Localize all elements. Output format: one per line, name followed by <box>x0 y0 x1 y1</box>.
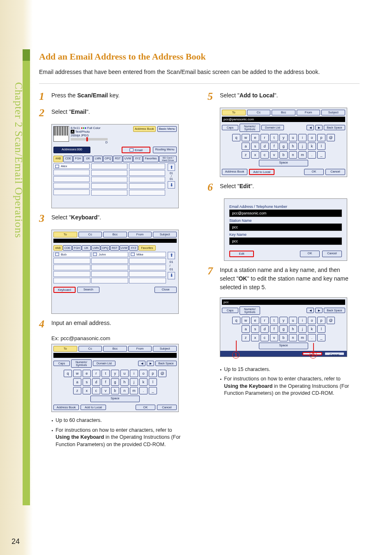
tab-favorites[interactable]: Favorites <box>143 156 159 162</box>
key-y[interactable]: y <box>279 317 288 324</box>
key-o[interactable]: o <box>139 370 148 377</box>
key-n[interactable]: n <box>289 334 297 341</box>
tab-xyz[interactable]: XYZ <box>129 245 138 251</box>
key-e[interactable]: e <box>251 134 259 141</box>
key-u[interactable]: u <box>289 317 297 324</box>
key-i[interactable]: i <box>130 370 138 377</box>
to-tab[interactable]: To <box>222 110 246 115</box>
key-v[interactable]: v <box>270 334 278 341</box>
ok-button[interactable]: OK <box>136 405 155 410</box>
to-tab[interactable]: To <box>53 232 77 237</box>
key-h[interactable]: h <box>120 378 129 386</box>
scroll-up-icon[interactable]: ⬆ <box>168 164 175 171</box>
scroll-down-icon[interactable]: ⬇ <box>168 181 175 189</box>
tab-ijk[interactable]: IJK <box>82 245 91 251</box>
key-n[interactable]: n <box>289 151 297 159</box>
key-g[interactable]: g <box>279 325 288 333</box>
list-item[interactable] <box>129 190 165 196</box>
key-j[interactable]: j <box>298 143 307 150</box>
from-tab[interactable]: From <box>297 110 321 115</box>
list-item[interactable] <box>129 170 165 176</box>
key-m[interactable]: m <box>130 387 138 394</box>
key-j[interactable]: j <box>298 325 307 333</box>
list-item[interactable] <box>91 271 128 277</box>
input-display[interactable]: pcc <box>222 299 345 305</box>
key-@[interactable]: @ <box>327 134 335 141</box>
address-book-button[interactable]: Address Book <box>222 169 247 175</box>
email-button[interactable]: Email <box>122 147 150 153</box>
key-w[interactable]: w <box>73 370 81 377</box>
list-item[interactable] <box>129 164 165 169</box>
key-k[interactable]: k <box>139 378 148 386</box>
to-tab[interactable]: To <box>53 346 77 352</box>
basic-menu-button[interactable]: Basic Menu <box>157 126 177 132</box>
list-item[interactable] <box>129 258 166 264</box>
edit-button[interactable]: Edit <box>229 251 254 257</box>
list-item[interactable] <box>91 170 127 176</box>
contact-john[interactable]: John <box>91 252 128 257</box>
contact-alex[interactable]: Alex <box>53 164 90 169</box>
cursor-right-icon[interactable]: ▶ <box>315 125 323 130</box>
list-item[interactable] <box>129 183 165 189</box>
key-q[interactable]: q <box>232 317 240 324</box>
routing-menu-button[interactable]: Routing Menu <box>153 147 177 153</box>
list-item[interactable] <box>53 189 90 195</box>
key-l[interactable]: l <box>317 143 325 150</box>
key-j[interactable]: j <box>130 378 138 386</box>
key-y[interactable]: y <box>111 370 119 377</box>
key-p[interactable]: p <box>317 317 325 324</box>
key-v[interactable]: v <box>270 151 278 159</box>
key-t[interactable]: t <box>101 370 110 377</box>
cancel-button[interactable]: Cancel <box>322 251 342 257</box>
key-@[interactable]: @ <box>158 370 166 377</box>
bcc-tab[interactable]: Bcc <box>103 346 127 352</box>
key-m[interactable]: m <box>298 334 307 341</box>
tab-cde[interactable]: CDE <box>63 245 72 251</box>
space-key[interactable]: Space <box>259 343 308 349</box>
key-q[interactable]: q <box>232 134 240 141</box>
address-book-button[interactable]: Address Book <box>133 126 156 132</box>
key-z[interactable]: z <box>242 334 250 341</box>
tab-ab[interactable]: #AB <box>53 156 63 162</box>
key-_[interactable]: _ <box>149 387 157 394</box>
key-c[interactable]: c <box>261 151 269 159</box>
station-name-field[interactable]: pcc <box>229 223 342 231</box>
tab-lmn[interactable]: LMN <box>93 156 103 162</box>
cc-tab[interactable]: Cc <box>78 232 102 237</box>
contact-mike[interactable]: Mike <box>129 252 166 257</box>
key-x[interactable]: x <box>251 151 259 159</box>
contact-bob[interactable]: Bob <box>53 252 90 257</box>
cancel-button[interactable]: Cancel <box>325 169 345 175</box>
backspace-button[interactable]: Back Space <box>324 125 345 130</box>
from-tab[interactable]: From <box>128 346 152 352</box>
key-x[interactable]: x <box>83 387 91 394</box>
list-item[interactable] <box>91 164 127 169</box>
tab-cde[interactable]: CDE <box>63 156 73 162</box>
tab-uvw[interactable]: UVW <box>120 245 129 251</box>
key-i[interactable]: i <box>298 134 307 141</box>
tab-lmn[interactable]: LMN <box>91 245 100 251</box>
list-item[interactable] <box>91 177 127 182</box>
key-_[interactable]: _ <box>317 151 325 159</box>
tab-opq[interactable]: OPQ <box>103 156 113 162</box>
key-a[interactable]: a <box>242 325 250 333</box>
key-z[interactable]: z <box>242 151 250 159</box>
ok-button[interactable]: OK <box>304 169 324 175</box>
key-d[interactable]: d <box>261 143 269 150</box>
keyboard-button[interactable]: Keyboard <box>53 287 76 293</box>
cursor-left-icon[interactable]: ◀ <box>307 125 314 130</box>
key-t[interactable]: t <box>270 317 278 324</box>
key-w[interactable]: w <box>242 317 250 324</box>
key-e[interactable]: e <box>251 317 259 324</box>
bcc-tab[interactable]: Bcc <box>272 110 295 115</box>
key-l[interactable]: l <box>149 378 157 386</box>
key-w[interactable]: w <box>242 134 250 141</box>
tab-uvw[interactable]: UVW <box>123 156 132 162</box>
list-item[interactable] <box>129 265 166 270</box>
list-item[interactable] <box>129 271 166 277</box>
key-y[interactable]: y <box>279 134 288 141</box>
cancel-button[interactable]: Cancel <box>325 352 344 355</box>
search-button[interactable]: Search <box>77 287 99 293</box>
input-display[interactable] <box>53 353 177 358</box>
cursor-left-icon[interactable]: ◀ <box>138 361 145 366</box>
